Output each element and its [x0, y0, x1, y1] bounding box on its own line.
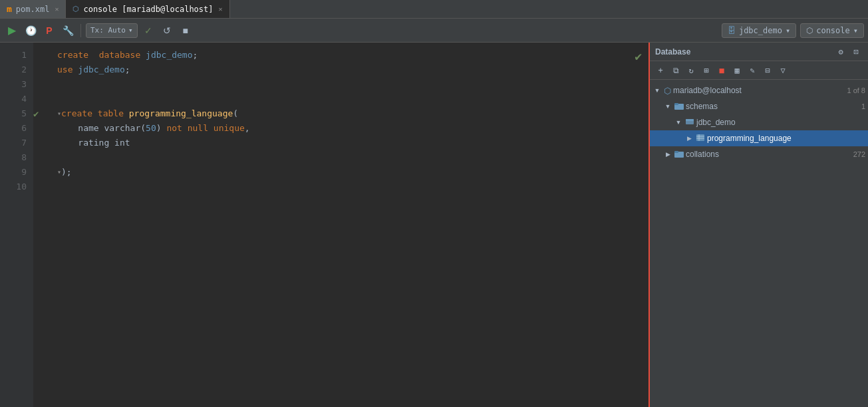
- kw-not: not: [166, 121, 182, 136]
- tree-label-schemas: schemas: [686, 102, 857, 111]
- tree-item-server[interactable]: ⬡ mariadb@localhost 1 of 8: [650, 82, 868, 98]
- db-refresh-button[interactable]: ↻: [684, 64, 698, 77]
- gutter-4: [33, 92, 49, 106]
- tree-count-server: 1 of 8: [847, 86, 865, 94]
- p-button[interactable]: P: [41, 23, 57, 39]
- code-line-10: [57, 180, 649, 194]
- db-filter-button[interactable]: ▽: [776, 64, 790, 77]
- db-icon-jdbc-demo: [685, 118, 694, 128]
- wrench-button[interactable]: 🔧: [60, 23, 76, 39]
- database-panel: Database ⚙ ⊡ + ⧉ ↻ ⊞ ■ ▦ ✎ ⊟ ▽ ⬡ mariadb…: [649, 43, 868, 407]
- tree-count-schemas: 1: [861, 102, 865, 110]
- kw-unique: unique: [214, 121, 245, 136]
- ln-6: 6: [0, 121, 27, 136]
- rollback-button[interactable]: ↺: [159, 23, 175, 39]
- gutter: ✔: [33, 43, 49, 407]
- toolbar-divider-1: [80, 24, 81, 37]
- db-selector[interactable]: 🗄 jdbc_demo ▾: [722, 23, 796, 38]
- svg-rect-4: [696, 134, 704, 141]
- ln-7: 7: [0, 136, 27, 150]
- toolbar-right: 🗄 jdbc_demo ▾ ⬡ console ▾: [722, 23, 864, 38]
- db-view-button[interactable]: ⊟: [761, 64, 774, 77]
- closing-paren: );: [61, 165, 72, 180]
- col-rating: rating: [78, 136, 109, 150]
- tx-dropdown-icon: ▾: [128, 26, 133, 35]
- tree-count-collations: 272: [853, 150, 865, 158]
- gutter-1: [33, 48, 49, 63]
- check-mark-5: ✔: [33, 108, 39, 119]
- gutter-3: [33, 77, 49, 92]
- svg-rect-1: [674, 103, 678, 105]
- svg-rect-3: [686, 119, 694, 121]
- tab-console-label: console [mariadb@localhost]: [83, 5, 213, 14]
- ln-2: 2: [0, 63, 27, 77]
- tree-arrow-schemas: [663, 102, 672, 111]
- code-line-3: [57, 77, 649, 92]
- ln-1: 1: [0, 48, 27, 63]
- tree-label-collations: collations: [686, 150, 849, 159]
- console-selector[interactable]: ⬡ console ▾: [800, 23, 864, 38]
- tree-arrow-server: [652, 86, 662, 95]
- db-panel-maximize-icon[interactable]: ⊡: [849, 45, 863, 59]
- code-line-4: [57, 92, 649, 106]
- tree-item-collations[interactable]: collations 272: [650, 146, 868, 162]
- db-add-button[interactable]: +: [654, 64, 667, 77]
- kw-database: database: [99, 48, 141, 63]
- pom-icon: m: [7, 4, 12, 14]
- console-icon: ⬡: [72, 5, 79, 13]
- tree-item-jdbc-demo[interactable]: jdbc_demo: [650, 114, 868, 130]
- tab-pom[interactable]: m pom.xml ✕: [0, 0, 66, 18]
- db-panel-settings-icon[interactable]: ⚙: [834, 45, 847, 59]
- folder-icon-schemas: [674, 102, 684, 112]
- console-icon-copy: ⬡: [806, 26, 813, 35]
- console-selector-label: console: [816, 26, 850, 35]
- ln-5: 5: [0, 106, 27, 121]
- kw-null: null: [188, 121, 208, 136]
- tree-arrow-collations: [663, 150, 672, 159]
- tab-pom-close[interactable]: ✕: [55, 5, 59, 13]
- gutter-7: [33, 136, 49, 150]
- ln-9: 9: [0, 165, 27, 180]
- ln-10: 10: [0, 180, 27, 194]
- tree-item-schemas[interactable]: schemas 1: [650, 98, 868, 114]
- col-name: name: [78, 121, 98, 136]
- num-50: 50: [146, 121, 156, 136]
- code-area[interactable]: create database jdbc_demo ; use jdbc_dem…: [49, 43, 649, 407]
- db-stop-button[interactable]: ■: [715, 64, 728, 77]
- db-schema-button[interactable]: ⊞: [700, 64, 713, 77]
- tree-item-programming-language[interactable]: programming_language: [650, 130, 868, 146]
- tab-console-close[interactable]: ✕: [219, 5, 223, 13]
- fn-programming-language: programming_language: [129, 106, 233, 121]
- run-button[interactable]: ▶: [4, 23, 20, 39]
- gutter-9: [33, 165, 49, 180]
- tree-label-server: mariadb@localhost: [673, 86, 842, 95]
- db-copy-button[interactable]: ⧉: [669, 64, 682, 77]
- db-selector-dropdown-icon: ▾: [786, 26, 790, 35]
- kw-table: table: [98, 106, 124, 121]
- ln-3: 3: [0, 77, 27, 92]
- db-table-button[interactable]: ▦: [730, 64, 744, 77]
- code-line-7: rating int: [57, 136, 649, 150]
- gutter-2: [33, 63, 49, 77]
- console-selector-dropdown-icon: ▾: [853, 26, 858, 35]
- tx-selector[interactable]: Tx: Auto ▾: [86, 23, 138, 38]
- type-varchar: varchar: [104, 121, 140, 136]
- commit-button[interactable]: ✓: [140, 23, 156, 39]
- db-panel-header: Database ⚙ ⊡: [650, 43, 868, 61]
- code-line-6: name varchar ( 50 ) not null unique ,: [57, 121, 649, 136]
- line-numbers: 1 2 3 4 5 6 7 8 9 10: [0, 43, 33, 407]
- editor[interactable]: 1 2 3 4 5 6 7 8 9 10 ✔: [0, 43, 649, 407]
- db-edit-button[interactable]: ✎: [746, 64, 759, 77]
- db-panel-header-icons: ⚙ ⊡: [834, 45, 863, 59]
- db-toolbar: + ⧉ ↻ ⊞ ■ ▦ ✎ ⊟ ▽: [650, 61, 868, 80]
- code-line-8: [57, 150, 649, 165]
- kw-create-5: create: [61, 106, 92, 121]
- stop-button[interactable]: ■: [178, 23, 194, 39]
- tab-console[interactable]: ⬡ console [mariadb@localhost] ✕: [66, 0, 229, 18]
- folder-icon-collations: [674, 150, 684, 160]
- clock-button[interactable]: 🕐: [23, 23, 39, 39]
- editor-content: 1 2 3 4 5 6 7 8 9 10 ✔: [0, 43, 649, 407]
- server-icon: ⬡: [664, 86, 671, 96]
- tree-label-jdbc-demo: jdbc_demo: [696, 118, 865, 127]
- db-tree: ⬡ mariadb@localhost 1 of 8 schemas 1: [650, 80, 868, 407]
